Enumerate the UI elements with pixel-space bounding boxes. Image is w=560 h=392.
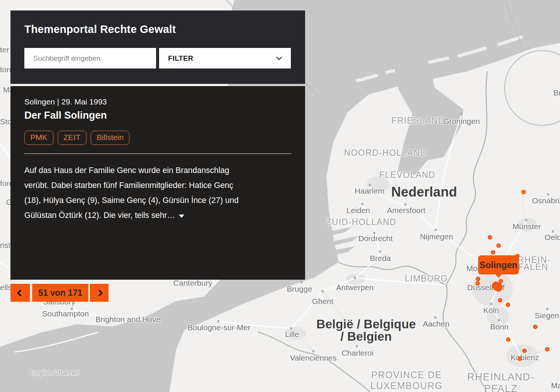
tag-row: PMK ZEIT Billstein — [24, 131, 291, 145]
event-marker[interactable] — [496, 243, 501, 248]
chevron-left-icon — [17, 289, 24, 296]
next-case-button[interactable] — [90, 284, 109, 302]
tag-pmk[interactable]: PMK — [24, 131, 54, 145]
event-marker[interactable] — [475, 281, 480, 286]
map-canvas[interactable]: FRIESLANDNOORD-HOLLANDFLEVOLANDZUID-HOLL… — [0, 0, 560, 392]
event-marker[interactable] — [491, 250, 495, 255]
event-marker[interactable] — [498, 298, 502, 303]
pagination: 51 von 171 — [10, 284, 109, 302]
filter-dropdown[interactable]: FILTER — [159, 48, 291, 69]
event-marker[interactable] — [492, 282, 500, 290]
event-marker[interactable] — [506, 337, 511, 342]
selected-location-text: Solingen — [480, 260, 517, 270]
chevron-right-icon — [96, 289, 103, 296]
filter-label: FILTER — [168, 54, 193, 63]
search-input[interactable] — [24, 48, 156, 69]
divider — [24, 154, 291, 154]
event-marker[interactable] — [545, 347, 550, 352]
case-description-text: Auf das Haus der Familie Genc wurde ein … — [24, 166, 238, 220]
event-marker[interactable] — [521, 190, 526, 194]
tooltip-tail-icon — [495, 274, 502, 278]
event-marker[interactable] — [506, 303, 510, 307]
event-marker[interactable] — [488, 235, 492, 240]
app-title: Themenportal Rechte Gewalt — [24, 23, 291, 36]
event-marker[interactable] — [476, 277, 480, 281]
search-row: FILTER — [24, 48, 291, 69]
chevron-down-icon — [276, 54, 282, 60]
pagination-label: 51 von 171 — [32, 284, 88, 302]
previous-case-button[interactable] — [10, 284, 30, 302]
event-marker[interactable] — [518, 356, 522, 361]
event-marker[interactable] — [522, 349, 527, 353]
header-panel: Themenportal Rechte Gewalt FILTER — [10, 10, 305, 84]
case-description: Auf das Haus der Familie Genc wurde ein … — [24, 163, 291, 223]
case-meta: Solingen | 29. Mai 1993 — [24, 97, 291, 106]
event-marker[interactable] — [533, 325, 538, 329]
tag-zeit[interactable]: ZEIT — [58, 131, 87, 145]
tag-billstein[interactable]: Billstein — [91, 131, 130, 145]
case-title: Der Fall Solingen — [24, 110, 291, 121]
expand-text-toggle-icon[interactable] — [179, 215, 184, 218]
selected-location-label[interactable]: Solingen — [478, 255, 519, 274]
case-card: Solingen | 29. Mai 1993 Der Fall Solinge… — [10, 86, 305, 280]
